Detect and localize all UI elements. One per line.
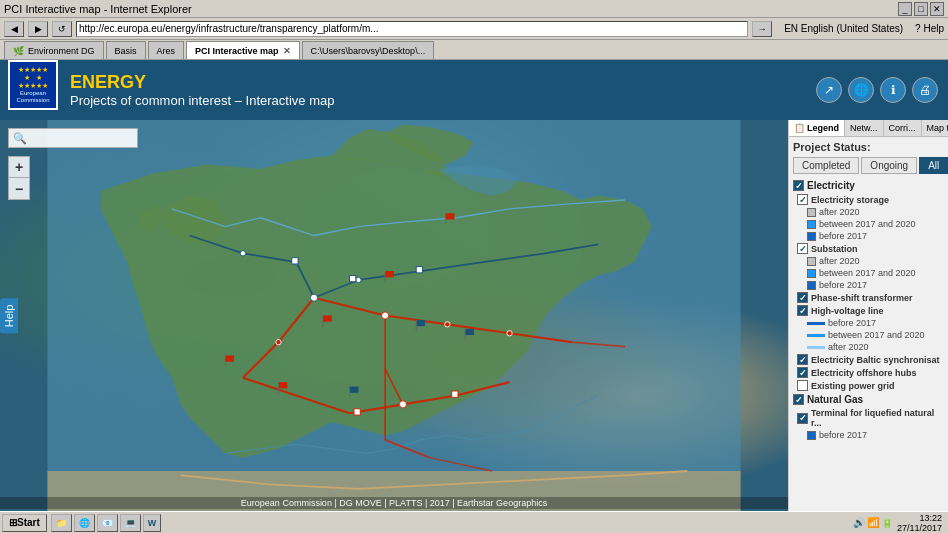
lng-before2017-color bbox=[807, 431, 816, 440]
tab-environment[interactable]: 🌿 Environment DG bbox=[4, 41, 104, 59]
tab-label-environment: 🌿 bbox=[13, 46, 24, 56]
svg-line-18 bbox=[358, 271, 420, 280]
browser-tabs: 🌿 Environment DG Basis Ares PCI Interact… bbox=[0, 40, 948, 60]
help-button[interactable]: Help bbox=[0, 298, 18, 333]
natural-gas-header: Natural Gas bbox=[793, 394, 944, 405]
taskbar-icon-2: 📶 bbox=[867, 517, 879, 528]
zoom-in-button[interactable]: + bbox=[8, 156, 30, 178]
info-icon[interactable]: ℹ bbox=[880, 77, 906, 103]
tab-basis[interactable]: Basis bbox=[106, 41, 146, 59]
share-icon[interactable]: ↗ bbox=[816, 77, 842, 103]
svg-point-39 bbox=[445, 322, 450, 327]
globe-icon[interactable]: 🌐 bbox=[848, 77, 874, 103]
existing-power-checkbox[interactable] bbox=[797, 380, 808, 391]
svg-line-21 bbox=[545, 244, 598, 253]
electricity-storage-checkbox[interactable] bbox=[797, 194, 808, 205]
status-ongoing-button[interactable]: Ongoing bbox=[861, 157, 917, 174]
taskbar-app-mail[interactable]: 📧 bbox=[97, 514, 118, 532]
baltic-sync-checkbox[interactable] bbox=[797, 354, 808, 365]
svg-point-38 bbox=[356, 277, 361, 282]
refresh-button[interactable]: ↺ bbox=[52, 21, 72, 37]
svg-line-6 bbox=[243, 342, 279, 378]
tab-ares[interactable]: Ares bbox=[148, 41, 185, 59]
svg-rect-52 bbox=[385, 271, 394, 277]
panel-tab-network[interactable]: Netw... bbox=[845, 120, 884, 136]
svg-line-24 bbox=[261, 218, 314, 236]
svg-rect-46 bbox=[416, 267, 422, 273]
hv-between-item: between 2017 and 2020 bbox=[793, 329, 944, 341]
tab-close-pci[interactable]: ✕ bbox=[283, 46, 291, 56]
taskbar-app-folder[interactable]: 📁 bbox=[51, 514, 72, 532]
close-button[interactable]: ✕ bbox=[930, 2, 944, 16]
status-completed-button[interactable]: Completed bbox=[793, 157, 859, 174]
taskbar-system-icons: 🔊 📶 🔋 bbox=[853, 517, 893, 528]
svg-point-43 bbox=[276, 339, 281, 344]
svg-line-30 bbox=[563, 200, 625, 204]
forward-button[interactable]: ▶ bbox=[28, 21, 48, 37]
svg-rect-58 bbox=[465, 329, 474, 335]
svg-line-10 bbox=[403, 395, 456, 404]
page-header: ★★★★★ ★ ★ ★★★★★ European Commission ENER… bbox=[0, 60, 948, 120]
tab-pci[interactable]: PCI Interactive map ✕ bbox=[186, 41, 300, 59]
taskbar: ⊞ Start 📁 🌐 📧 💻 W 🔊 📶 🔋 13:22 27/11/2017 bbox=[0, 511, 948, 533]
map-search-box[interactable]: 🔍 bbox=[8, 128, 138, 148]
panel-tab-corridor[interactable]: Corri... bbox=[884, 120, 922, 136]
offshore-hubs-checkbox[interactable] bbox=[797, 367, 808, 378]
svg-line-35 bbox=[430, 458, 492, 471]
high-voltage-checkbox[interactable] bbox=[797, 305, 808, 316]
electricity-header: Electricity bbox=[793, 180, 944, 191]
svg-rect-60 bbox=[278, 382, 287, 388]
electricity-checkbox[interactable] bbox=[793, 180, 804, 191]
help-link[interactable]: ? Help bbox=[915, 23, 944, 34]
energy-title: ENERGY bbox=[70, 72, 334, 93]
svg-rect-62 bbox=[350, 387, 359, 393]
map-area[interactable]: 🔍 + − Help European Commission | DG MOVE… bbox=[0, 120, 788, 511]
substation-before2017-color bbox=[807, 281, 816, 290]
status-all-button[interactable]: All bbox=[919, 157, 948, 174]
svg-point-41 bbox=[507, 331, 512, 336]
minimize-button[interactable]: _ bbox=[898, 2, 912, 16]
window-controls[interactable]: _ □ ✕ bbox=[898, 2, 944, 16]
back-button[interactable]: ◀ bbox=[4, 21, 24, 37]
browser-toolbar: ◀ ▶ ↺ http://ec.europa.eu/energy/infrast… bbox=[0, 18, 948, 40]
svg-line-8 bbox=[296, 395, 349, 413]
panel-tab-maptool[interactable]: Map t... bbox=[922, 120, 948, 136]
tab-desktop[interactable]: C:\Users\barovsy\Desktop\... bbox=[302, 41, 435, 59]
svg-line-20 bbox=[483, 253, 545, 262]
svg-line-23 bbox=[225, 218, 261, 227]
hv-after2020-line bbox=[807, 346, 825, 349]
existing-power-label: Existing power grid bbox=[811, 381, 895, 391]
substation-between-color bbox=[807, 269, 816, 278]
go-button[interactable]: → bbox=[752, 21, 772, 37]
right-panel: 📋 Legend Netw... Corri... Map t... Proje… bbox=[788, 120, 948, 511]
language-selector[interactable]: EN English (United States) bbox=[784, 23, 903, 34]
taskbar-app-pc[interactable]: 💻 bbox=[120, 514, 141, 532]
clock-time: 13:22 bbox=[897, 513, 942, 523]
project-status-label: Project Status: bbox=[793, 141, 944, 153]
clock-date: 27/11/2017 bbox=[897, 523, 942, 533]
natural-gas-checkbox[interactable] bbox=[793, 394, 804, 405]
start-button[interactable]: ⊞ Start bbox=[2, 514, 47, 532]
map-background bbox=[0, 120, 788, 511]
taskbar-app-word[interactable]: W bbox=[143, 514, 162, 532]
substation-label: Substation bbox=[811, 244, 858, 254]
terminal-lng-checkbox[interactable] bbox=[797, 413, 808, 424]
taskbar-app-ie[interactable]: 🌐 bbox=[74, 514, 95, 532]
print-icon[interactable]: 🖨 bbox=[912, 77, 938, 103]
svg-line-34 bbox=[385, 440, 429, 458]
electricity-label: Electricity bbox=[807, 180, 855, 191]
substation-checkbox[interactable] bbox=[797, 243, 808, 254]
address-bar[interactable]: http://ec.europa.eu/energy/infrastructur… bbox=[76, 21, 748, 37]
substation-after2020-item: after 2020 bbox=[793, 255, 944, 267]
phase-shift-checkbox[interactable] bbox=[797, 292, 808, 303]
maximize-button[interactable]: □ bbox=[914, 2, 928, 16]
panel-tab-legend[interactable]: 📋 Legend bbox=[789, 120, 845, 136]
hv-between-line bbox=[807, 334, 825, 337]
terminal-lng-header: Terminal for liquefied natural r... bbox=[793, 407, 944, 429]
zoom-out-button[interactable]: − bbox=[8, 178, 30, 200]
map-search-input[interactable] bbox=[27, 133, 133, 144]
taskbar-right: 🔊 📶 🔋 13:22 27/11/2017 bbox=[853, 513, 946, 533]
natural-gas-label: Natural Gas bbox=[807, 394, 863, 405]
search-icon: 🔍 bbox=[13, 132, 27, 145]
svg-rect-54 bbox=[323, 316, 332, 322]
